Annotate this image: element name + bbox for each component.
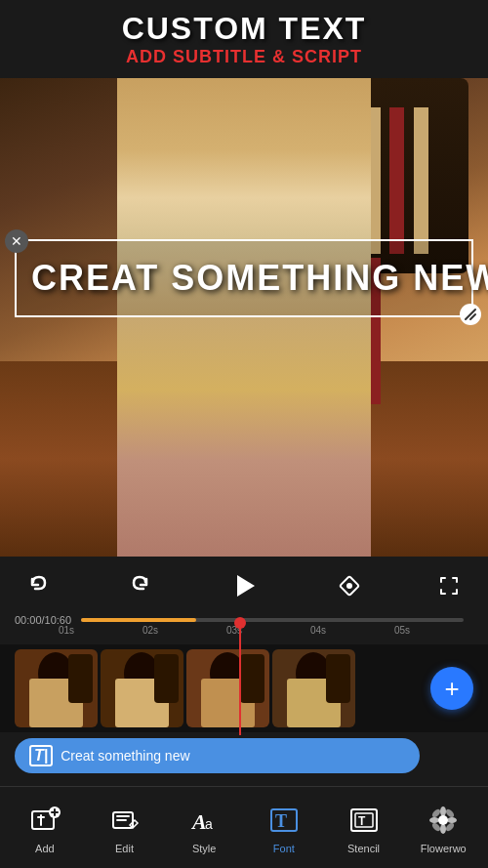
flowerwo-icon: [425, 802, 462, 839]
bottom-toolbar: Add Edit A a Style T Font: [0, 786, 488, 868]
tool-font[interactable]: T Font: [244, 787, 324, 868]
font-icon: T: [265, 802, 303, 839]
tl-label-5: 05s: [394, 625, 410, 642]
svg-rect-18: [326, 654, 350, 703]
overlay-text: CREAT SOMETHING NEW: [31, 258, 488, 299]
keyframe-button[interactable]: [330, 566, 369, 605]
svg-text:T: T: [358, 814, 366, 828]
svg-point-30: [440, 806, 446, 816]
play-button[interactable]: [220, 561, 268, 610]
svg-text:T: T: [275, 811, 287, 831]
tool-style[interactable]: A a Style: [164, 787, 244, 868]
undo-button[interactable]: [20, 566, 59, 605]
playhead: [239, 623, 241, 735]
svg-point-33: [447, 817, 457, 823]
stripe-2: [389, 107, 404, 254]
thumbnail-strip: +: [0, 644, 488, 732]
tool-stencil[interactable]: T Stencil: [324, 787, 404, 868]
svg-point-31: [440, 824, 446, 834]
close-overlay-button[interactable]: ✕: [5, 229, 28, 253]
bg-image: [0, 78, 488, 557]
text-track-label: Creat something new: [61, 748, 189, 764]
chair-stripe: [366, 107, 444, 254]
header-subtitle: ADD SUBTITLE & SCRIPT: [126, 47, 362, 67]
svg-marker-0: [237, 575, 255, 597]
tool-add[interactable]: Add: [5, 787, 85, 868]
tool-edit-label: Edit: [115, 843, 134, 854]
add-clip-button[interactable]: +: [430, 667, 473, 710]
text-overlay-box[interactable]: ✕ CREAT SOMETHING NEW: [15, 239, 473, 317]
timeline-track[interactable]: [81, 618, 464, 622]
tool-edit[interactable]: Edit: [85, 787, 165, 868]
header: CUSTOM TEXT ADD SUBTITLE & SCRIPT: [0, 0, 488, 78]
redo-button[interactable]: [120, 566, 159, 605]
tool-flowerwo[interactable]: Flowerwo: [403, 787, 483, 868]
person-body: [117, 78, 371, 557]
controls-bar: [0, 557, 488, 615]
tl-label-4: 04s: [310, 625, 326, 642]
svg-point-32: [429, 817, 439, 823]
timeline-labels: 01s 02s 03s 04s 05s: [0, 625, 488, 642]
edit-icon: [106, 802, 143, 839]
video-area: ✕ CREAT SOMETHING NEW: [0, 78, 488, 557]
add-text-icon: [26, 802, 63, 839]
thumbnail-1[interactable]: [15, 649, 98, 727]
tool-style-label: Style: [192, 843, 216, 854]
tool-add-label: Add: [35, 843, 55, 854]
tool-flowerwo-label: Flowerwo: [421, 843, 467, 854]
style-icon: A a: [185, 802, 223, 839]
svg-point-29: [438, 815, 448, 825]
thumbnail-4[interactable]: [272, 649, 355, 727]
timeline-progress: [81, 618, 196, 622]
svg-point-2: [346, 583, 352, 589]
text-track-icon: T|: [29, 745, 53, 766]
thumbnail-2[interactable]: [101, 649, 183, 727]
fullscreen-button[interactable]: [429, 566, 468, 605]
stripe-3: [414, 107, 428, 254]
header-title: CUSTOM TEXT: [122, 11, 367, 47]
tl-label-1: 01s: [59, 625, 74, 642]
thumbnail-3[interactable]: [186, 649, 269, 727]
text-track[interactable]: T| Creat something new: [15, 738, 420, 773]
stencil-icon: T: [346, 802, 383, 839]
resize-handle[interactable]: [460, 304, 481, 325]
svg-rect-6: [68, 654, 93, 703]
svg-text:a: a: [205, 816, 213, 832]
tool-font-label: Font: [273, 843, 295, 854]
tl-label-2: 02s: [142, 625, 158, 642]
svg-rect-10: [154, 654, 179, 703]
svg-rect-14: [240, 654, 264, 703]
tool-stencil-label: Stencil: [347, 843, 380, 854]
